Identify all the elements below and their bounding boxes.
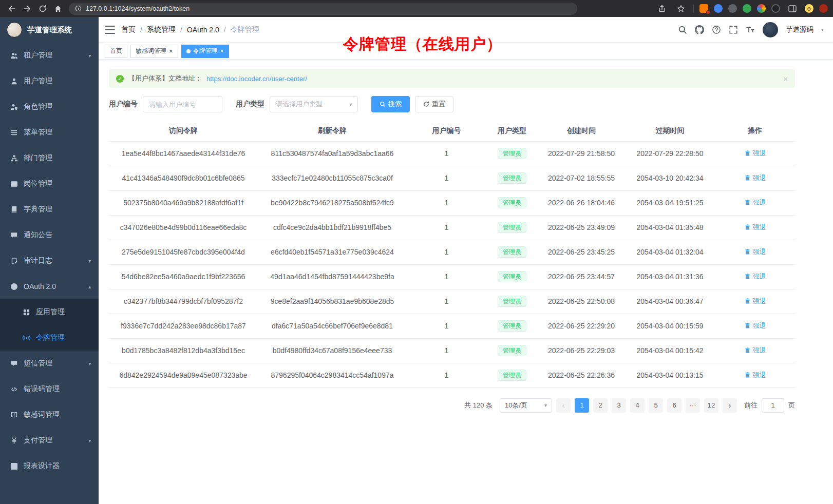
goto-page-input[interactable] <box>762 398 784 413</box>
doc-link[interactable]: https://doc.iocoder.cn/user-center/ <box>206 75 307 83</box>
username[interactable]: 芋道源码 <box>786 25 813 34</box>
sidebar-item-pay[interactable]: 支付管理▾ <box>0 428 99 453</box>
breadcrumb-item[interactable]: 首页 <box>121 25 136 34</box>
pager-page-1[interactable]: 1 <box>575 398 589 413</box>
github-icon[interactable] <box>695 25 704 34</box>
extension-icon-orange[interactable] <box>699 4 708 13</box>
alert-close-icon[interactable]: × <box>783 74 788 83</box>
help-icon[interactable] <box>712 25 721 34</box>
sidebar-item-user[interactable]: 用户管理 <box>0 68 99 94</box>
dept-icon <box>10 154 18 162</box>
create-time-cell: 2022-06-25 22:29:03 <box>538 338 625 363</box>
back-icon[interactable] <box>5 2 18 15</box>
post-icon <box>10 180 18 188</box>
user-type-cell: 管理员 <box>486 166 538 190</box>
user-type-label: 用户类型 <box>236 100 264 109</box>
sidebar-item-post[interactable]: 岗位管理 <box>0 171 99 197</box>
force-logout-button[interactable]: 强退 <box>744 346 766 355</box>
force-logout-button[interactable]: 强退 <box>744 198 766 207</box>
prev-page-button[interactable]: ‹ <box>556 398 571 413</box>
bookmark-star-icon[interactable] <box>674 2 688 15</box>
address-bar[interactable]: 127.0.0.1:1024/system/oauth2/token <box>69 3 577 15</box>
font-size-icon[interactable] <box>746 25 755 34</box>
force-logout-button[interactable]: 强退 <box>744 371 766 380</box>
hamburger-icon[interactable] <box>105 26 115 34</box>
sidebar-item-sms[interactable]: 短信管理▾ <box>0 351 99 376</box>
sidebar-item-dict[interactable]: 字典管理 <box>0 197 99 222</box>
tab-令牌管理[interactable]: 令牌管理× <box>181 45 230 58</box>
reset-button-label: 重置 <box>432 100 445 109</box>
sidebar-item-label: 短信管理 <box>24 359 88 368</box>
extension-icon-colorful[interactable] <box>757 4 766 13</box>
site-info-icon[interactable] <box>75 5 82 12</box>
sidebar-item-errcode[interactable]: 错误码管理 <box>0 376 99 402</box>
emoji-extension-icon[interactable]: ☺ <box>805 4 813 13</box>
sidebar-item-token[interactable]: 令牌管理 <box>0 325 99 351</box>
user-id-input[interactable] <box>143 96 222 112</box>
share-icon[interactable] <box>655 2 669 15</box>
user-id-label: 用户编号 <box>109 100 138 109</box>
force-logout-button[interactable]: 强退 <box>744 297 766 306</box>
sidebar-item-report[interactable]: 报表设计器 <box>0 453 99 479</box>
action-cell: 强退 <box>715 166 795 190</box>
tab-首页[interactable]: 首页 <box>105 45 127 58</box>
fullscreen-icon[interactable] <box>729 25 738 34</box>
table-row: f9336e7c7dd242a283ee98dc86b17a87dfa6c71a… <box>109 314 795 338</box>
token-icon <box>23 334 30 342</box>
extension-icon-dark[interactable] <box>728 4 737 13</box>
next-page-button[interactable]: › <box>723 398 737 413</box>
sidebar-item-menu[interactable]: 菜单管理 <box>0 120 99 145</box>
breadcrumb-item[interactable]: 系统管理 <box>147 25 176 34</box>
extension-icon-black[interactable] <box>771 4 780 13</box>
sidebar-item-notice[interactable]: 通知公告 <box>0 222 99 248</box>
side-panel-icon[interactable] <box>786 2 799 15</box>
user-type-badge: 管理员 <box>498 246 526 258</box>
browser-profile-avatar[interactable] <box>819 4 828 13</box>
filter-bar: 用户编号 用户类型 请选择用户类型 ▾ 搜索 <box>109 96 795 112</box>
force-logout-button[interactable]: 强退 <box>744 272 766 281</box>
sidebar-item-dept[interactable]: 部门管理 <box>0 145 99 171</box>
sidebar-item-oauth[interactable]: OAuth 2.0▴ <box>0 274 99 299</box>
pager-ellipsis[interactable]: ··· <box>686 398 700 413</box>
force-logout-button[interactable]: 强退 <box>744 321 766 331</box>
reload-icon[interactable] <box>36 2 49 15</box>
pager-page-12[interactable]: 12 <box>704 398 718 413</box>
pager-page-6[interactable]: 6 <box>667 398 681 413</box>
sidebar-item-sensitive[interactable]: 敏感词管理 <box>0 402 99 428</box>
sidebar-item-tenant[interactable]: 租户管理▾ <box>0 43 99 68</box>
search-icon[interactable] <box>678 25 687 34</box>
force-logout-button[interactable]: 强退 <box>744 173 766 183</box>
force-logout-label: 强退 <box>753 272 766 281</box>
force-logout-button[interactable]: 强退 <box>744 223 766 232</box>
breadcrumb-item[interactable]: OAuth 2.0 <box>187 26 219 34</box>
pagination: 共 120 条 10条/页 ▾ ‹ 123456···12 › 前往 页 <box>109 398 795 413</box>
sidebar-item-audit[interactable]: 审计日志▾ <box>0 248 99 274</box>
tab-敏感词管理[interactable]: 敏感词管理× <box>130 45 178 58</box>
pager-page-4[interactable]: 4 <box>630 398 645 413</box>
tab-label: 令牌管理 <box>193 47 218 55</box>
reset-button[interactable]: 重置 <box>415 96 453 112</box>
page-size-select[interactable]: 10条/页 ▾ <box>500 398 552 413</box>
pager-page-5[interactable]: 5 <box>649 398 663 413</box>
sidebar-item-role[interactable]: 角色管理 <box>0 94 99 120</box>
extension-badge-dot <box>706 10 710 14</box>
tab-close-icon[interactable]: × <box>169 48 173 54</box>
column-header: 用户编号 <box>407 121 486 141</box>
pager-page-2[interactable]: 2 <box>593 398 608 413</box>
forward-icon[interactable] <box>21 2 34 15</box>
force-logout-button[interactable]: 强退 <box>744 149 766 158</box>
search-button[interactable]: 搜索 <box>371 96 410 112</box>
user-dropdown-caret-icon[interactable]: ▾ <box>821 27 824 32</box>
user-avatar[interactable] <box>763 22 778 37</box>
force-logout-button[interactable]: 强退 <box>744 247 766 257</box>
extension-icon-green[interactable] <box>743 4 751 13</box>
tab-close-icon[interactable]: × <box>220 48 224 54</box>
home-icon[interactable] <box>51 2 65 15</box>
pager-page-3[interactable]: 3 <box>612 398 626 413</box>
force-logout-label: 强退 <box>753 297 766 306</box>
user-type-select[interactable]: 请选择用户类型 ▾ <box>270 96 358 112</box>
access-token-cell: b0d1785bc3a8482f812db4a3f3bd15ec <box>109 338 258 363</box>
sidebar-item-app[interactable]: 应用管理 <box>0 299 99 325</box>
extension-icon-blue[interactable] <box>714 4 723 13</box>
create-time-cell: 2022-06-25 23:45:25 <box>538 240 625 264</box>
